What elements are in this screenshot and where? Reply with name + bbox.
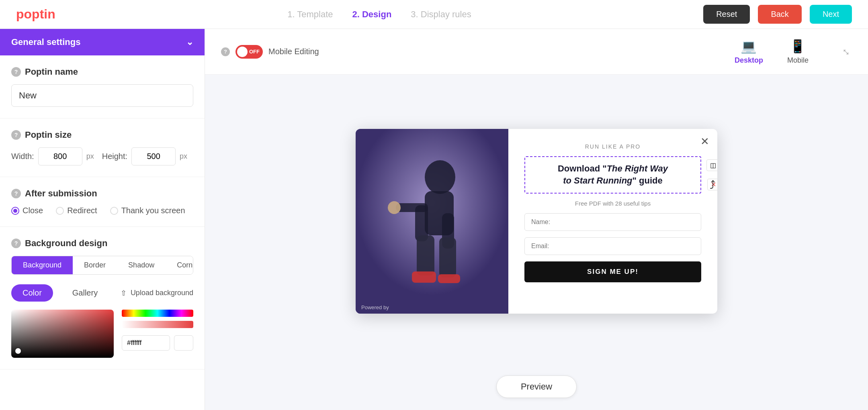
expand-icon[interactable]: ↔ [838,43,855,60]
poptin-size-label-row: ? Poptin size [11,130,193,140]
mobile-editing-label: Mobile Editing [268,47,319,56]
mobile-editing-switch[interactable]: OFF [235,45,263,59]
mobile-editing-toggle: ? OFF Mobile Editing [221,45,319,59]
after-submission-label: After submission [25,188,97,199]
background-design-section: ? Background design Background Border Sh… [0,227,205,369]
back-button[interactable]: Back [758,5,801,24]
width-px-label: px [86,152,94,161]
preview-button-row: Preview [496,367,577,410]
color-picker-area [11,310,193,358]
radio-dot-thankyou [110,207,118,215]
width-field: Width: px [11,147,94,165]
height-px-label: px [180,152,187,161]
size-row: Width: px Height: px [11,147,193,165]
background-design-label-row: ? Background design [11,238,193,249]
popup-close-button[interactable]: ✕ [700,135,709,148]
step-1: 1. Template [287,9,333,20]
svg-rect-7 [412,271,436,283]
cursor-arrow-icon: ⤴ [710,179,715,192]
color-swatch[interactable] [174,335,193,351]
help-icon-name[interactable]: ? [11,67,21,77]
preview-button[interactable]: Preview [496,375,577,398]
popup-copy-button[interactable]: ◫ [706,159,717,171]
logo: poptin [16,7,55,22]
right-panel: ? OFF Mobile Editing 💻 Desktop 📱 Mobile … [205,29,868,410]
bg-tabs: Background Border Shadow Corners [11,256,193,275]
desktop-device-btn[interactable]: 💻 Desktop [735,39,763,65]
svg-point-10 [388,201,401,214]
svg-rect-5 [417,235,434,275]
help-icon-mobile[interactable]: ? [221,47,230,56]
general-settings-header[interactable]: General settings ⌄ [0,29,205,55]
radio-close[interactable]: Close [11,206,43,215]
step-2: 2. Design [352,9,392,20]
main-layout: General settings ⌄ ? Poptin name ? Popti… [0,29,868,410]
popup-submit-button[interactable]: SIGN ME UP! [524,261,701,282]
popup-subtitle: Free PDF with 28 useful tips [524,200,701,207]
runner-image [356,129,508,314]
poptin-name-input[interactable] [11,84,193,107]
popup-right-content: RUN LIKE A PRO Download "The Right Wayto… [508,129,717,314]
height-label: Height: [102,152,127,161]
after-submission-label-row: ? After submission [11,188,193,199]
runner-svg [356,129,508,314]
top-nav: poptin 1. Template 2. Design 3. Display … [0,0,868,29]
popup-title-text: Download "The Right Wayto Start Running"… [532,163,694,188]
next-button[interactable]: Next [810,5,852,24]
background-design-label: Background design [25,238,107,249]
chevron-down-icon: ⌄ [186,37,193,47]
bg-tab-border[interactable]: Border [73,256,117,274]
svg-point-1 [425,160,455,194]
hue-bar[interactable] [122,310,193,317]
popup-name-input[interactable] [524,213,701,231]
after-submission-section: ? After submission Close Redirect Thank … [0,177,205,227]
svg-rect-6 [439,237,456,277]
radio-redirect[interactable]: Redirect [56,206,97,215]
general-settings-label: General settings [11,37,80,47]
radio-close-label: Close [23,206,43,215]
height-input[interactable] [131,147,176,165]
bg-tab-background[interactable]: Background [12,256,73,274]
popup-title-box[interactable]: Download "The Right Wayto Start Running"… [524,156,701,194]
nav-actions: Reset Back Next [703,5,852,24]
step-3: 3. Display rules [411,9,471,20]
reset-button[interactable]: Reset [703,5,750,24]
toolbar: ? OFF Mobile Editing 💻 Desktop 📱 Mobile … [205,29,868,75]
mobile-device-btn[interactable]: 📱 Mobile [787,39,809,65]
svg-rect-8 [438,274,460,283]
poptin-size-label: Poptin size [25,130,72,140]
help-icon-submission[interactable]: ? [11,189,21,198]
mobile-icon: 📱 [790,39,806,54]
preview-area: ✕ [205,75,868,367]
opacity-bar[interactable] [122,321,193,328]
color-gradient-picker[interactable] [11,310,114,358]
color-gallery-row: Color Gallery ⇧ Upload background [11,284,193,302]
upload-icon: ⇧ [121,289,127,298]
gallery-toggle-btn[interactable]: Gallery [61,284,109,302]
bg-tab-shadow[interactable]: Shadow [117,256,166,274]
device-buttons: 💻 Desktop 📱 Mobile [735,39,809,65]
width-label: Width: [11,152,34,161]
bg-tab-corners[interactable]: Corners [166,256,193,274]
popup-container: ✕ [356,129,717,314]
radio-dot-close [11,207,19,215]
height-field: Height: px [102,147,187,165]
help-icon-size[interactable]: ? [11,130,21,140]
logo-text: poptin [16,7,55,21]
desktop-icon: 💻 [741,39,757,54]
poptin-size-section: ? Poptin size Width: px Height: px [0,118,205,177]
hex-input[interactable] [122,335,170,351]
color-toggle-btn[interactable]: Color [11,284,53,302]
color-controls [122,310,193,358]
toggle-off-label: OFF [249,49,260,55]
left-panel: General settings ⌄ ? Poptin name ? Popti… [0,29,205,410]
hex-row [122,335,193,351]
poptin-name-label: Poptin name [25,67,78,77]
popup-image-area: Powered by [356,129,508,314]
radio-thankyou[interactable]: Thank you screen [110,206,185,215]
upload-background-btn[interactable]: ⇧ Upload background [121,289,193,298]
popup-email-input[interactable] [524,237,701,255]
popup-run-label: RUN LIKE A PRO [524,143,701,150]
width-input[interactable] [38,147,82,165]
help-icon-bg[interactable]: ? [11,239,21,248]
